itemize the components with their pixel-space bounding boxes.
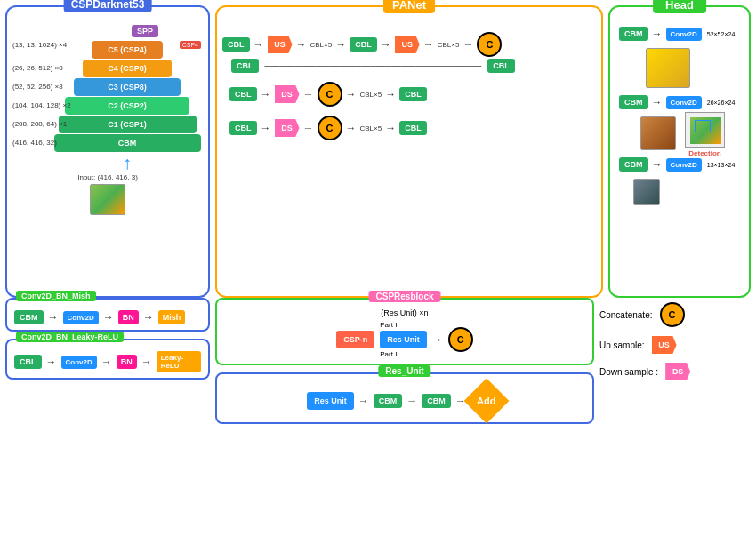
input-image bbox=[90, 184, 125, 215]
arrow-res-2: → bbox=[406, 395, 417, 407]
arrow-4: → bbox=[381, 38, 391, 51]
arrow-8: → bbox=[261, 88, 271, 100]
ds-1: DS bbox=[275, 85, 300, 103]
cbm-block: CBM bbox=[54, 134, 201, 152]
head-title: Head bbox=[653, 0, 706, 13]
cbl-2: CBL bbox=[350, 37, 377, 52]
feature-map-1 bbox=[646, 48, 690, 88]
arrow-7: ────────────────────────────────────────… bbox=[265, 62, 482, 70]
concat-csp: C bbox=[448, 327, 473, 352]
panet-row1-left: CBL → US → CBL×5 → CBL → US → CBL×5 → C bbox=[222, 32, 502, 57]
layer-row-csp4: (13, 13, 1024) ×4 SPP C5 (CSP4) CSP4 bbox=[12, 32, 203, 59]
concat-3: C bbox=[318, 116, 342, 140]
add-label: Add bbox=[477, 396, 495, 406]
bn-leaky: BN bbox=[117, 355, 137, 369]
layer-row-csp8a: (26, 26, 512) ×8 C4 (CSP8) bbox=[12, 60, 203, 77]
resunit-block: Res Unit bbox=[307, 392, 354, 410]
cbl-1: CBL bbox=[222, 37, 250, 52]
arrow-11: → bbox=[385, 88, 396, 100]
cbm-mish: CBM bbox=[14, 310, 44, 324]
cblx5-label-1: CBL×5 bbox=[310, 41, 333, 49]
us-legend-icon: US bbox=[652, 336, 677, 354]
feat-1 bbox=[646, 48, 690, 88]
feature-map-3 bbox=[633, 179, 660, 205]
panet-content: CBL → US → CBL×5 → CBL → US → CBL×5 → C … bbox=[222, 25, 596, 284]
cblx5-label-4: CBL×5 bbox=[360, 124, 382, 132]
panet-row3-inner: CBL → DS → C → CBL×5 → CBL bbox=[229, 82, 427, 107]
input-label: Input: (416, 416, 3) bbox=[12, 173, 203, 181]
conv2d-bn-mish-row: CBM → Conv2D → BN → Mish bbox=[14, 310, 201, 324]
head-output-1: CBM → Conv2D 52×52×24 bbox=[619, 27, 735, 41]
arrow-9: → bbox=[303, 88, 314, 100]
cbl-5: CBL bbox=[229, 87, 257, 101]
cspresblock-row: CSP-n Part I Res Unit Part II → C bbox=[226, 321, 583, 358]
cbl-4: CBL bbox=[487, 59, 515, 73]
conv2d-bn-leaky-title: Conv2D_BN_Leaky-ReLU bbox=[16, 332, 124, 342]
parts-container: Part I Res Unit Part II bbox=[380, 321, 427, 358]
arrow-h2: → bbox=[652, 96, 663, 108]
cspn-block: CSP-n bbox=[336, 331, 374, 348]
feature-map-2 bbox=[640, 116, 676, 150]
cblx5-label-3: CBL×5 bbox=[360, 91, 382, 99]
resunit-sublabel: (Res Unit) ×n bbox=[226, 308, 583, 317]
part1-label: Part I bbox=[380, 321, 427, 329]
cspresblock-title: CSPResblock bbox=[368, 291, 440, 302]
cbl-6: CBL bbox=[399, 87, 427, 101]
cbl-leaky: CBL bbox=[14, 355, 42, 369]
layer-row-csp2: (104, 104, 128) ×2 C2 (CSP2) bbox=[12, 97, 203, 115]
concatenate-label: Concatenate: bbox=[599, 310, 653, 320]
us-1: US bbox=[268, 36, 293, 53]
arrow-6: → bbox=[462, 38, 473, 51]
downsample-label: Down sample : bbox=[599, 367, 658, 377]
arrow-mish-1: → bbox=[48, 311, 59, 324]
arrow-h1: → bbox=[652, 28, 663, 40]
layer-row-cbm: (416, 416, 32) CBM bbox=[12, 134, 203, 152]
bottom-section: Conv2D_BN_Mish CBM → Conv2D → BN → Mish … bbox=[0, 294, 756, 552]
cbl-8: CBL bbox=[399, 121, 427, 135]
c1-block: C1 (CSP1) bbox=[59, 116, 197, 133]
arrow-leaky-3: → bbox=[141, 356, 152, 368]
up-arrow-icon: ↑ bbox=[123, 153, 132, 173]
conv2d-bn-leaky-row: CBL → Conv2D → BN → Leaky-ReLU bbox=[14, 351, 201, 372]
arrow-csp: → bbox=[432, 333, 443, 346]
panet-row4-inner: CBL → DS → C → CBL×5 → CBL bbox=[229, 116, 427, 140]
spp-block: SPP bbox=[132, 25, 158, 37]
conv2d-head-3: Conv2D bbox=[666, 158, 702, 172]
conv2d-mish: Conv2D bbox=[63, 311, 99, 324]
bn-mish: BN bbox=[118, 310, 139, 324]
cblx5-label-2: CBL×5 bbox=[438, 41, 460, 49]
cbm-res-2: CBM bbox=[422, 394, 451, 408]
size-label-2: 26×26×24 bbox=[707, 100, 736, 106]
legend-concatenate: Concatenate: C bbox=[599, 302, 751, 327]
c4-block: C4 (CSP8) bbox=[83, 60, 172, 77]
arrow-mish-2: → bbox=[103, 311, 114, 324]
cbl-7: CBL bbox=[229, 121, 257, 135]
layer-label-6: (416, 416, 32) bbox=[12, 139, 57, 148]
concat-2: C bbox=[318, 82, 342, 107]
arrow-res-1: → bbox=[358, 395, 369, 407]
layer-row-csp1: (208, 208, 64) ×1 C1 (CSP1) bbox=[12, 116, 203, 133]
arrow-5: → bbox=[423, 38, 434, 51]
concat-1: C bbox=[477, 32, 502, 57]
concat-legend-icon: C bbox=[660, 302, 685, 327]
us-2: US bbox=[395, 36, 420, 53]
size-label-1: 52×52×24 bbox=[707, 31, 736, 37]
cspdarknet53-title: CSPDarknet53 bbox=[64, 0, 152, 12]
cbm-head-1: CBM bbox=[619, 27, 648, 41]
resunit-title: Res_Unit bbox=[378, 365, 430, 377]
cbm-head-2: CBM bbox=[619, 95, 648, 109]
detection-label: Detection bbox=[685, 149, 725, 157]
arrow-h3: → bbox=[652, 158, 663, 171]
head-content: CBM → Conv2D 52×52×24 CBM → Conv2D 26×26… bbox=[615, 27, 744, 205]
c3-block: C3 (CSP8) bbox=[74, 78, 181, 96]
top-section: CSPDarknet53 (13, 13, 1024) ×4 SPP C5 (C… bbox=[0, 0, 756, 298]
head-output-2: CBM → Conv2D 26×26×24 bbox=[619, 95, 735, 109]
arrow-1: → bbox=[253, 38, 264, 51]
cbm-res-1: CBM bbox=[374, 394, 403, 408]
part2-label: Part II bbox=[380, 350, 427, 358]
layer-label-4: (104, 104, 128) ×2 bbox=[12, 101, 71, 110]
panet-row4-content: CBL → DS → C → CBL×5 → CBL bbox=[229, 116, 427, 140]
legend-downsample: Down sample : DS bbox=[599, 363, 751, 380]
head-output-3: CBM → Conv2D 13×13×24 bbox=[619, 157, 735, 172]
arrow-12: → bbox=[261, 122, 271, 134]
